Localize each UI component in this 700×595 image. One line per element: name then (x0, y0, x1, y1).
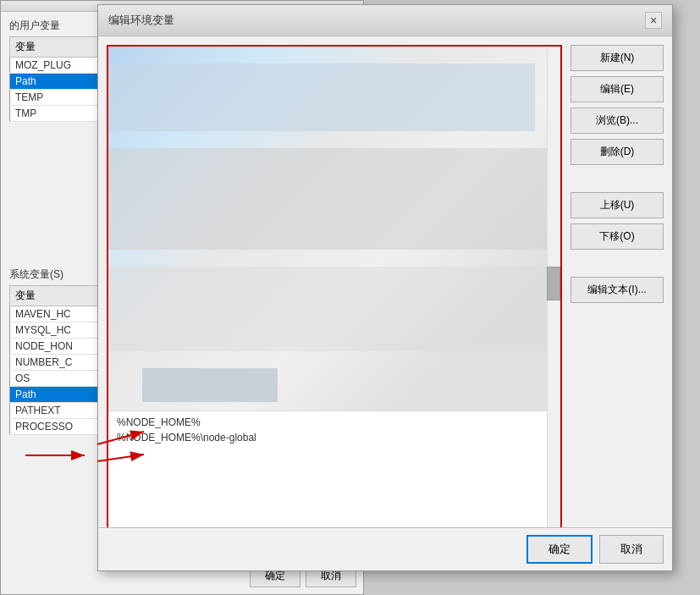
path-list-container: %NODE_HOME% %NODE_HOME%\node-global (107, 45, 562, 559)
browse-button[interactable]: 浏览(B)... (570, 107, 664, 134)
dialog-titlebar: 编辑环境变量 × (98, 5, 672, 36)
dialog-content: %NODE_HOME% %NODE_HOME%\node-global 新建(N… (98, 36, 672, 568)
blur-area-1 (108, 63, 535, 131)
close-button[interactable]: × (645, 12, 662, 29)
edit-button[interactable]: 编辑(E) (570, 76, 664, 102)
path-list-blurred-area (108, 47, 560, 410)
action-buttons-panel: 新建(N) 编辑(E) 浏览(B)... 删除(D) 上移(U) 下移(O) 编… (570, 45, 664, 559)
ok-button[interactable]: 确定 (526, 535, 593, 564)
dialog-title: 编辑环境变量 (108, 13, 174, 28)
scrollbar[interactable] (547, 47, 560, 558)
new-button[interactable]: 新建(N) (570, 45, 664, 71)
path-item-2[interactable]: %NODE_HOME%\node-global (113, 430, 555, 445)
scrollbar-thumb[interactable] (547, 267, 560, 300)
delete-button[interactable]: 删除(D) (570, 139, 664, 165)
blur-area-2 (108, 148, 560, 250)
path-items-list: %NODE_HOME% %NODE_HOME%\node-global (108, 410, 560, 449)
edit-text-button[interactable]: 编辑文本(I)... (570, 277, 664, 303)
path-item-1[interactable]: %NODE_HOME% (113, 415, 555, 430)
cancel-button[interactable]: 取消 (599, 535, 664, 564)
button-spacer-2 (570, 255, 664, 272)
dialog-footer: 确定 取消 (98, 527, 672, 570)
move-down-button[interactable]: 下移(O) (570, 223, 664, 250)
blur-area-3 (108, 267, 560, 351)
button-spacer (570, 170, 664, 187)
blur-area-4 (142, 368, 278, 402)
edit-env-dialog: 编辑环境变量 × %NODE_HOME% %NODE_HOME%\node-gl… (97, 4, 673, 571)
path-list-panel: %NODE_HOME% %NODE_HOME%\node-global (107, 45, 562, 559)
move-up-button[interactable]: 上移(U) (570, 192, 664, 218)
